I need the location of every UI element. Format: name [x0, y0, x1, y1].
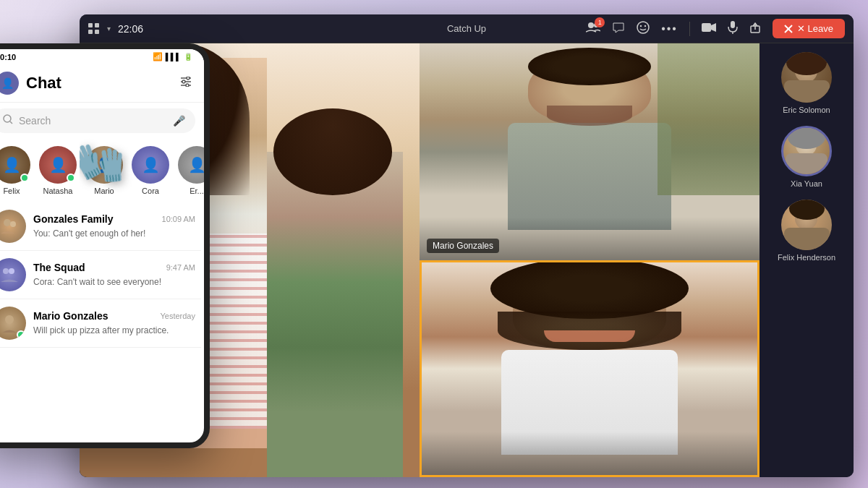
participant-item-eric[interactable]: Eric Solomon [781, 52, 832, 114]
participant-avatar-xia [781, 126, 832, 176]
story-felix[interactable]: 👤 Felix [0, 146, 30, 195]
chat-avatar-mario [0, 307, 26, 340]
leave-button[interactable]: ✕ Leave [773, 19, 845, 38]
story-name-extra: Er... [190, 187, 204, 195]
svg-point-21 [10, 221, 16, 227]
chat-icon[interactable] [612, 22, 625, 35]
participant-item-felix[interactable]: Felix Henderson [778, 200, 835, 262]
story-natasha[interactable]: 👤 Natasha [39, 146, 77, 195]
participant-name-xia: Xia Yuan [791, 179, 822, 188]
participant-avatar-felix [781, 200, 832, 250]
user-avatar-small[interactable]: 👤 [0, 72, 19, 95]
story-cora[interactable]: 👤 Cora [132, 146, 169, 195]
participant-name-felix: Felix Henderson [778, 253, 835, 262]
participant-item-xia[interactable]: Xia Yuan [781, 126, 832, 188]
chat-item-gonzales[interactable]: Gonzales Family 10:09 AM You: Can't get … [0, 202, 201, 251]
participant-avatar-eric [781, 52, 832, 103]
search-placeholder: Search [19, 115, 167, 127]
svg-point-0 [588, 22, 594, 28]
chat-preview-mario: Will pick up pizza after my practice. [33, 325, 169, 335]
svg-point-22 [3, 268, 9, 274]
mobile-status-icons: 📶 ▌▌▌ 🔋 [153, 52, 192, 61]
svg-point-4 [644, 25, 646, 27]
video-icon[interactable] [702, 22, 716, 35]
grid-chevron[interactable]: ▾ [107, 25, 111, 33]
svg-point-2 [637, 22, 649, 33]
mobile-status-bar: 10:10 📶 ▌▌▌ 🔋 [0, 49, 204, 64]
svg-point-15 [182, 80, 185, 83]
online-dot-natasha [67, 174, 75, 182]
chat-time-squad: 9:47 AM [166, 263, 195, 272]
mobile-search-bar[interactable]: Search 🎤 [0, 108, 195, 133]
svg-rect-5 [702, 23, 711, 32]
mobile-filter-icon[interactable] [179, 77, 192, 90]
chat-content-mario: Mario Gonzales Yesterday Will pick up pi… [33, 310, 195, 336]
story-avatar-natasha: 👤 [39, 146, 77, 184]
story-name-felix: Felix [3, 187, 20, 195]
notification-badge: 1 [595, 17, 605, 27]
title-bar-left: ▾ 22:06 [88, 23, 143, 35]
video-cell-man: Mario Gonzales [420, 43, 760, 260]
chat-preview-gonzales: You: Can't get enough of her! [33, 228, 145, 239]
story-avatar-felix: 👤 [0, 146, 30, 184]
chat-avatar-squad [0, 258, 26, 291]
wifi-icon: 📶 [153, 52, 163, 61]
svg-point-3 [640, 25, 642, 27]
chat-header-mario: Mario Gonzales Yesterday [33, 310, 195, 322]
chat-preview-squad: Cora: Can't wait to see everyone! [33, 277, 161, 287]
chat-content-squad: The Squad 9:47 AM Cora: Can't wait to se… [33, 262, 195, 288]
chat-header-gonzales: Gonzales Family 10:09 AM [33, 213, 195, 225]
participant-name-eric: Eric Solomon [783, 106, 830, 114]
video-cell-woman [420, 260, 760, 477]
chat-avatar-gonzales [0, 210, 26, 243]
svg-point-17 [186, 84, 189, 87]
participants-icon[interactable]: 1 [586, 22, 600, 35]
mobile-header-left: 👤 Chat [0, 72, 61, 95]
svg-point-18 [4, 115, 11, 122]
share-icon[interactable] [749, 22, 761, 35]
mobile-phone: 10:10 📶 ▌▌▌ 🔋 👤 Chat [0, 43, 210, 448]
svg-point-23 [9, 268, 14, 274]
chat-header-squad: The Squad 9:47 AM [33, 262, 195, 273]
chat-name-squad: The Squad [33, 262, 85, 273]
chat-time-gonzales: 10:09 AM [162, 215, 195, 223]
chat-time-mario: Yesterday [160, 312, 195, 320]
chat-item-mario[interactable]: Mario Gonzales Yesterday Will pick up pi… [0, 299, 201, 348]
more-options-icon[interactable]: ••• [661, 22, 678, 35]
svg-point-20 [4, 219, 11, 226]
search-icon [3, 114, 13, 127]
title-bar: ▾ 22:06 Catch Up 1 [80, 14, 854, 43]
svg-point-13 [187, 77, 190, 80]
mobile-header: 👤 Chat [0, 64, 204, 103]
story-name-cora: Cora [142, 187, 159, 195]
video-overlay-woman [422, 432, 757, 475]
story-extra[interactable]: 👤 Er... [178, 146, 204, 195]
mobile-time: 10:10 [0, 53, 16, 61]
story-avatar-extra: 👤 [178, 146, 204, 184]
separator [689, 22, 690, 36]
participants-sidebar: Eric Solomon Xia Yuan Felix Henderson [760, 43, 854, 477]
story-avatar-cora: 👤 [132, 146, 169, 184]
chat-content-gonzales: Gonzales Family 10:09 AM You: Can't get … [33, 213, 195, 239]
reaction-icon[interactable] [637, 21, 650, 36]
signal-icon: ▌▌▌ [166, 53, 181, 61]
battery-icon: 🔋 [184, 53, 192, 61]
grid-icon[interactable] [88, 23, 100, 35]
chat-list: Gonzales Family 10:09 AM You: Can't get … [0, 202, 204, 348]
window-title: Catch Up [447, 23, 486, 34]
online-dot-felix [20, 174, 29, 182]
title-time: 22:06 [118, 23, 143, 35]
mobile-header-icons [179, 77, 192, 90]
svg-line-19 [10, 121, 12, 124]
chat-item-squad[interactable]: The Squad 9:47 AM Cora: Can't wait to se… [0, 251, 201, 299]
mic-icon[interactable] [728, 21, 738, 36]
mario-online-dot [17, 330, 25, 339]
mic-search-icon[interactable]: 🎤 [173, 115, 185, 127]
video-name-man: Mario Gonzales [427, 239, 499, 253]
svg-rect-6 [731, 21, 735, 28]
title-bar-right: 1 ••• [586, 19, 845, 38]
chat-name-gonzales: Gonzales Family [33, 213, 113, 225]
leave-label: ✕ Leave [797, 23, 833, 34]
chat-name-mario: Mario Gonzales [33, 310, 108, 322]
svg-point-24 [5, 315, 14, 324]
